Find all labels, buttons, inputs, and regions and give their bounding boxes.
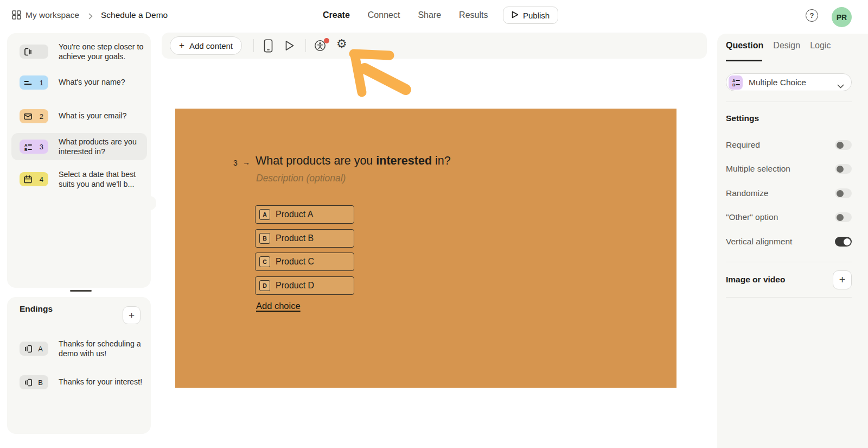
nav-tab-share[interactable]: Share [418, 10, 441, 20]
panel-resize-handle[interactable] [70, 290, 92, 292]
mobile-preview-icon[interactable] [264, 39, 273, 55]
ending-screen-icon [24, 378, 33, 387]
setting-row-vertical-alignment: Vertical alignment [726, 236, 852, 247]
main-nav: Create Connect Share Results [323, 0, 488, 30]
toolbar-divider [305, 39, 306, 52]
multiple-selection-toggle[interactable] [835, 164, 852, 174]
setting-row-multiple-selection: Multiple selection [726, 163, 852, 174]
svg-text:B: B [24, 147, 28, 152]
add-choice-link[interactable]: Add choice [256, 301, 301, 311]
editor-toolbar: + Add content ⚙ [162, 33, 707, 59]
short-text-icon [23, 78, 33, 87]
choice-key-badge: B [259, 233, 270, 244]
choice-key-badge: C [259, 256, 270, 267]
choice-key-badge: A [259, 209, 270, 220]
question-arrow-icon: → [242, 158, 250, 167]
publish-label: Publish [523, 11, 550, 20]
active-tab-underline [726, 60, 762, 61]
add-ending-button[interactable]: + [123, 306, 141, 324]
sidebar-item-1-name[interactable]: 1 What's your name? [11, 69, 147, 96]
add-image-or-video-button[interactable]: + [833, 270, 852, 289]
multiple-choice-icon: A B [23, 142, 33, 152]
ending-item-b[interactable]: B Thanks for your interest! [11, 369, 147, 396]
sidebar-item-3-products[interactable]: A B 3 What products are you interested i… [11, 133, 147, 160]
choice-option-a[interactable]: A Product A [255, 205, 354, 224]
breadcrumb-form-title[interactable]: Schedule a Demo [101, 0, 168, 30]
welcome-screen-icon [23, 47, 33, 56]
settings-title: Settings [726, 113, 759, 123]
image-or-video-label: Image or video [726, 275, 785, 285]
required-toggle[interactable] [835, 140, 852, 150]
sidebar-item-welcome[interactable]: You're one step closer to achieve your g… [11, 38, 147, 65]
endings-panel: Endings + A Thanks for scheduling a demo… [7, 297, 151, 434]
avatar[interactable]: PR [832, 7, 852, 27]
multiple-choice-icon: A B [731, 78, 741, 87]
panel-divider [726, 262, 852, 262]
question-number: 3 [233, 159, 238, 167]
nav-tab-results[interactable]: Results [459, 10, 488, 20]
randomize-toggle[interactable] [835, 188, 852, 198]
notification-dot [324, 38, 329, 43]
help-icon[interactable]: ? [806, 9, 818, 22]
sidebar-item-label: Select a date that best suits you and we… [59, 170, 150, 189]
panel-tabs: Question Design Logic [726, 41, 831, 60]
preview-play-icon[interactable] [285, 40, 295, 53]
setting-row-other-option: "Other" option [726, 212, 852, 223]
plus-icon: + [179, 40, 184, 51]
workspace-grid-icon[interactable] [12, 10, 21, 22]
question-type-dropdown[interactable]: A B Multiple Choice [726, 73, 852, 91]
tab-question[interactable]: Question [726, 41, 763, 60]
chevron-down-icon [837, 81, 844, 91]
choice-option-c[interactable]: C Product C [255, 253, 354, 271]
publish-play-icon [512, 11, 519, 20]
choice-option-d[interactable]: D Product D [255, 276, 354, 295]
ending-screen-icon [24, 344, 33, 354]
tab-logic[interactable]: Logic [810, 41, 831, 60]
panel-divider [726, 102, 852, 102]
setting-row-randomize: Randomize [726, 188, 852, 199]
nav-tab-create[interactable]: Create [323, 10, 350, 20]
ending-item-label: Thanks for scheduling a demo with us! [59, 339, 150, 358]
calendar-icon [23, 175, 33, 184]
settings-gear-icon[interactable]: ⚙ [336, 37, 347, 51]
sidebar-item-label: What products are you interested in? [59, 137, 150, 156]
sidebar-item-label: You're one step closer to achieve your g… [59, 42, 150, 61]
ending-item-a[interactable]: A Thanks for scheduling a demo with us! [11, 335, 147, 362]
question-list-panel: You're one step closer to achieve your g… [7, 33, 151, 288]
question-canvas: 3 → What products are you interested in?… [175, 109, 676, 388]
tab-design[interactable]: Design [773, 41, 800, 60]
publish-button[interactable]: Publish [503, 7, 558, 24]
vertical-alignment-toggle[interactable] [835, 237, 852, 247]
sidebar-item-2-email[interactable]: 2 What is your email? [11, 103, 147, 130]
question-description-input[interactable]: Description (optional) [256, 173, 346, 184]
other-option-toggle[interactable] [835, 212, 852, 222]
form-builder-app: My workspace Schedule a Demo Create Conn… [0, 0, 868, 448]
add-content-button[interactable]: + Add content [170, 36, 242, 55]
choice-option-b[interactable]: B Product B [255, 229, 354, 248]
setting-row-required: Required [726, 140, 852, 150]
nav-tab-connect[interactable]: Connect [368, 10, 400, 20]
breadcrumb-chevron-icon [88, 12, 93, 22]
sidebar-item-label: What's your name? [59, 78, 150, 87]
sidebar-item-4-date[interactable]: 4 Select a date that best suits you and … [11, 166, 147, 193]
toolbar-divider [253, 39, 254, 52]
email-icon [23, 112, 33, 121]
sidebar-collapse-handle[interactable] [148, 196, 156, 210]
sidebar-item-label: What is your email? [59, 111, 150, 121]
breadcrumb-workspace[interactable]: My workspace [25, 0, 79, 30]
choice-key-badge: D [259, 280, 270, 291]
question-title-input[interactable]: What products are you interested in? [256, 154, 451, 168]
svg-text:B: B [732, 83, 736, 87]
ending-item-label: Thanks for your interest! [59, 377, 150, 387]
question-type-value: Multiple Choice [749, 78, 806, 87]
panel-divider [726, 297, 852, 298]
question-settings-panel: Question Design Logic A B Multiple Choic… [717, 34, 868, 448]
top-bar: My workspace Schedule a Demo Create Conn… [0, 0, 868, 30]
choice-list: A Product A B Product B C Product C D Pr… [255, 205, 354, 295]
endings-title: Endings [20, 304, 53, 314]
